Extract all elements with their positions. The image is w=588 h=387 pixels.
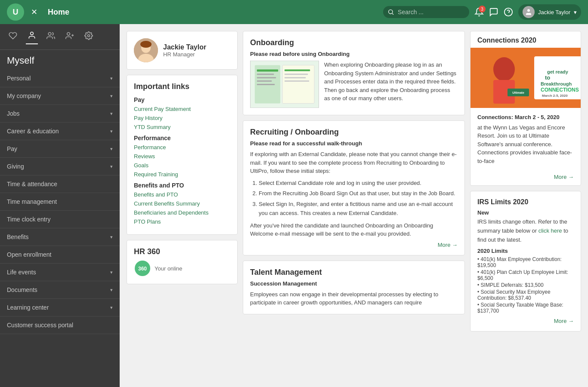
sidebar-item-learning[interactable]: Learning center ▾ [0, 299, 120, 316]
sidebar-item-time-management[interactable]: Time management [0, 193, 120, 211]
svg-rect-28 [285, 80, 309, 82]
link-reviews[interactable]: Reviews [134, 153, 230, 160]
link-pay-history[interactable]: Pay History [134, 115, 230, 121]
irs-more-link[interactable]: More → [477, 318, 574, 324]
sidebar-item-career[interactable]: Career & education ▾ [0, 123, 120, 140]
connections-svg: get ready to Breakthrough CONNECTIONS Ma… [470, 48, 581, 108]
user-menu[interactable]: Jackie Taylor ▾ [518, 4, 581, 20]
hr360-icon: 360 [134, 260, 151, 277]
sidebar-title: Myself [0, 50, 120, 70]
search-input[interactable] [383, 6, 469, 18]
svg-point-0 [389, 10, 393, 14]
irs-limit-simple: SIMPLE Deferrals: $13,500 [477, 282, 574, 289]
irs-title: IRS Limits 2020 [477, 198, 574, 206]
link-benefits-pto[interactable]: Benefits and PTO [134, 191, 230, 198]
sidebar-nav-person-add[interactable] [64, 30, 76, 44]
main-layout: Myself Personal ▾ My company ▾ Jobs ▾ Ca… [0, 24, 588, 387]
sidebar-item-label: Time clock entry [7, 216, 50, 223]
connections-text: at the Wynn Las Vegas and Encore Resort.… [477, 124, 572, 164]
svg-line-1 [392, 13, 393, 15]
link-performance[interactable]: Performance [134, 144, 230, 150]
profile-info: Jackie Taylor HR Manager [163, 43, 206, 58]
sidebar-item-jobs[interactable]: Jobs ▾ [0, 105, 120, 123]
topbar-right: 3 Jackie Taylor ▾ [383, 4, 581, 20]
help-icon[interactable] [504, 7, 513, 17]
chevron-icon: ▾ [110, 234, 113, 240]
link-current-benefits[interactable]: Current Benefits Summary [134, 200, 230, 207]
svg-rect-22 [257, 80, 272, 82]
onboarding-thumbnail [250, 61, 319, 108]
topbar: U ✕ Home 3 Jackie Taylor ▾ [0, 0, 588, 24]
sidebar-item-giving[interactable]: Giving ▾ [0, 158, 120, 175]
sidebar-nav-person[interactable] [26, 29, 38, 44]
onboarding-card: Onboarding Please read before using Onbo… [243, 31, 465, 115]
recruiting-subtitle: Please read for a successful walk-throug… [250, 140, 458, 147]
irs-limits-title: 2020 Limits [477, 248, 574, 254]
thumbnail-svg [251, 61, 319, 108]
sidebar-item-documents[interactable]: Documents ▾ [0, 281, 120, 299]
links-section-benefits: Benefits and PTO [134, 182, 230, 189]
connections-card: Connections 2020 get ready to Breakthrou… [470, 31, 581, 186]
avatar-image [134, 38, 158, 62]
link-required-training[interactable]: Required Training [134, 171, 230, 178]
sidebar-item-personal[interactable]: Personal ▾ [0, 70, 120, 87]
irs-click-here-link[interactable]: click here [538, 227, 562, 234]
link-goals[interactable]: Goals [134, 162, 230, 169]
irs-limit-ss-contrib: Social Security Max Employee Contributio… [477, 289, 574, 301]
profile-name: Jackie Taylor [163, 43, 206, 51]
notification-badge: 3 [479, 6, 486, 12]
onboarding-subtitle: Please read before using Onboarding [250, 51, 458, 57]
svg-rect-19 [257, 69, 278, 71]
recruiting-step-1: Select External Candidate role and log i… [259, 179, 458, 188]
chevron-icon: ▾ [110, 146, 113, 152]
page-title: Home [48, 8, 383, 17]
sidebar-nav-gear[interactable] [83, 30, 95, 44]
message-icon[interactable] [489, 7, 498, 17]
recruiting-more-link[interactable]: More → [250, 242, 458, 248]
svg-text:get ready: get ready [547, 69, 569, 74]
sidebar-item-benefits[interactable]: Benefits ▾ [0, 228, 120, 246]
sidebar-item-label: Time & attendance [7, 181, 57, 187]
close-icon[interactable]: ✕ [31, 7, 37, 17]
connections-date: Connections: March 2 - 5, 2020 [477, 113, 574, 122]
hr360-card: HR 360 360 Your online [127, 240, 238, 284]
sidebar-nav-heart[interactable] [7, 30, 19, 44]
sidebar-item-time-clock[interactable]: Time clock entry [0, 211, 120, 228]
sidebar-nav-group[interactable] [45, 30, 57, 44]
sidebar-item-time-attendance[interactable]: Time & attendance [0, 175, 120, 193]
right-column: Connections 2020 get ready to Breakthrou… [470, 31, 581, 332]
sidebar-item-customer-success[interactable]: Customer success portal [0, 316, 120, 334]
chevron-icon: ▾ [110, 76, 113, 81]
sidebar-item-label: Life events [7, 269, 36, 276]
link-ytd-summary[interactable]: YTD Summary [134, 124, 230, 130]
link-pay-statement[interactable]: Current Pay Statement [134, 106, 230, 112]
recruiting-steps: Select External Candidate role and log i… [250, 179, 458, 218]
chevron-icon: ▾ [110, 129, 113, 134]
sidebar-item-label: Pay [7, 145, 17, 152]
profile-card: Jackie Taylor HR Manager [127, 31, 238, 70]
svg-point-6 [48, 33, 51, 36]
important-links-card: Important links Pay Current Pay Statemen… [127, 75, 238, 235]
svg-point-7 [67, 33, 70, 36]
sidebar-item-life-events[interactable]: Life events ▾ [0, 264, 120, 281]
connections-more-link[interactable]: More → [470, 174, 581, 185]
sidebar-item-mycompany[interactable]: My company ▾ [0, 87, 120, 105]
talent-title: Talent Management [250, 268, 458, 277]
talent-card: Talent Management Succession Management … [243, 261, 465, 314]
svg-point-30 [493, 57, 515, 81]
center-column: Onboarding Please read before using Onbo… [243, 31, 465, 332]
chevron-icon: ▾ [110, 270, 113, 275]
app-logo[interactable]: U [7, 3, 24, 21]
notification-bell[interactable]: 3 [474, 7, 484, 17]
irs-limits-card: IRS Limits 2020 New IRS limits change of… [470, 191, 581, 332]
sidebar-item-label: Career & education [7, 128, 59, 135]
svg-point-5 [31, 32, 34, 35]
svg-rect-26 [285, 74, 308, 75]
sidebar-item-pay[interactable]: Pay ▾ [0, 140, 120, 158]
link-pto-plans[interactable]: PTO Plans [134, 218, 230, 225]
sidebar-item-label: Time management [7, 198, 57, 205]
sidebar-item-open-enrollment[interactable]: Open enrollment [0, 246, 120, 264]
link-beneficiaries[interactable]: Beneficiaries and Dependents [134, 209, 230, 216]
links-section-pay: Pay [134, 96, 230, 103]
svg-rect-23 [257, 84, 275, 85]
